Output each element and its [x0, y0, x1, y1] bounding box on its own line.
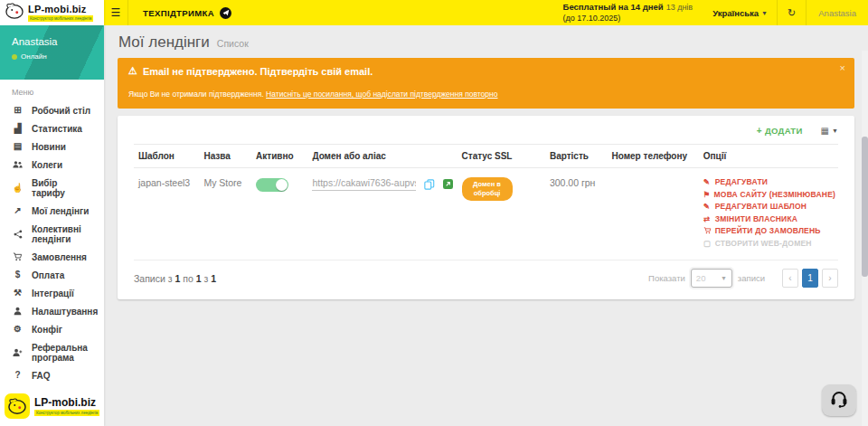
- hamburger-menu-button[interactable]: ☰: [104, 0, 128, 25]
- sidebar-item-label: Реферальна програма: [32, 343, 92, 363]
- records-info: Записи з 1 по 1 з 1: [134, 273, 216, 284]
- dog-mascot-icon: [5, 2, 24, 24]
- table-footer: Записи з 1 по 1 з 1 Показати 20 ▼ записи…: [134, 260, 838, 299]
- trial-info: Бесплатный на 14 дней13 днів (до 17.10.2…: [563, 2, 704, 24]
- domain-link[interactable]: https://cakawi7636-aupvs-com-42: [312, 177, 415, 191]
- user-icon: [12, 307, 24, 316]
- option-edit-template[interactable]: ✎ РЕДАГУВАТИ ШАБЛОН: [703, 202, 834, 211]
- options-list: ✎ РЕДАГУВАТИ ⚑ МОВА САЙТУ (НЕЗМІНЮВАНЕ) …: [703, 177, 834, 248]
- sidebar-item-settings[interactable]: Налаштування: [0, 302, 104, 320]
- sidebar-item-label: Колеги: [32, 160, 62, 170]
- sidebar-item-label: Інтеграції: [32, 289, 74, 298]
- sidebar-item-dashboard[interactable]: ⊞ Робочий стіл: [0, 101, 104, 119]
- cart-icon: [12, 252, 24, 261]
- scrollbar-thumb[interactable]: [862, 137, 868, 277]
- view-mode-dropdown[interactable]: ▦ ▼: [821, 126, 838, 136]
- table-header-row: Шаблон Назва Активно Домен або аліас Ста…: [134, 145, 838, 168]
- brand-logo-bottom[interactable]: LP-mobi.biz Конструктор мобільних лендін…: [0, 388, 104, 426]
- sidebar-item-payment[interactable]: $ Оплата: [0, 266, 104, 284]
- refresh-button[interactable]: ↻: [777, 0, 806, 25]
- sidebar-item-faq[interactable]: ? FAQ: [0, 366, 104, 384]
- user-plus-icon: [12, 348, 24, 357]
- brand-tagline: Конструктор мобільних лендінгів: [34, 410, 99, 416]
- brand-logo-top[interactable]: LP-mobi.biz Конструктор мобільних лендін…: [0, 0, 104, 25]
- next-page-button[interactable]: ›: [822, 269, 838, 288]
- sidebar: LP-mobi.biz Конструктор мобільних лендін…: [0, 0, 104, 426]
- trial-until: (до 17.10.2025): [563, 14, 693, 24]
- topbar: ☰ ТЕХПІДТРИМКА Бесплатный на 14 дней13 д…: [104, 0, 868, 25]
- sidebar-item-statistics[interactable]: ▟ Статистика: [0, 119, 104, 137]
- user-profile-panel: Anastasia Онлайн: [0, 25, 104, 80]
- topbar-username[interactable]: Anastasia: [806, 0, 868, 25]
- cell-ssl-status: Домен в обробці: [458, 168, 545, 260]
- option-edit[interactable]: ✎ РЕДАГУВАТИ: [703, 177, 834, 186]
- cell-price: 300.00 грн: [545, 168, 608, 260]
- sidebar-item-label: Новини: [32, 142, 66, 152]
- landings-table: Шаблон Назва Активно Домен або аліас Ста…: [134, 144, 838, 260]
- col-header-name: Назва: [199, 145, 251, 168]
- edit-icon: ✎: [703, 177, 712, 186]
- sidebar-item-collective-landings[interactable]: Колективні лендінги: [0, 220, 104, 248]
- page-size-select[interactable]: 20 ▼: [691, 269, 732, 288]
- sidebar-item-label: Вибір тарифу: [32, 178, 92, 198]
- sidebar-nav: ⊞ Робочий стіл ▟ Статистика ▤ Новини Кол…: [0, 101, 104, 388]
- copy-icon[interactable]: [424, 179, 435, 190]
- col-header-domain: Домен або аліас: [307, 145, 457, 168]
- option-change-owner[interactable]: ⇄ ЗМІНИТИ ВЛАСНИКА: [703, 214, 834, 223]
- share-icon: [12, 230, 24, 239]
- refresh-icon: ↻: [788, 7, 796, 19]
- add-landing-button[interactable]: + ДОДАТИ: [757, 126, 803, 136]
- col-header-active: Активно: [251, 145, 307, 168]
- sidebar-item-label: Замовлення: [32, 252, 87, 262]
- sidebar-item-news[interactable]: ▤ Новини: [0, 137, 104, 156]
- flag-icon: ⚑: [703, 190, 711, 199]
- caret-down-icon: ▼: [721, 275, 727, 281]
- sidebar-item-label: Робочий стіл: [32, 106, 90, 116]
- sidebar-item-orders[interactable]: Замовлення: [0, 248, 104, 266]
- dashboard-icon: ⊞: [12, 106, 24, 115]
- prev-page-button[interactable]: ‹: [782, 269, 798, 288]
- option-site-language[interactable]: ⚑ МОВА САЙТУ (НЕЗМІНЮВАНЕ): [703, 190, 834, 199]
- alert-title-text: Email не підтверджено. Підтвердіть свій …: [143, 66, 373, 77]
- cart-icon: [703, 227, 712, 234]
- sidebar-item-integrations[interactable]: ⚒ Інтеграції: [0, 284, 104, 302]
- sidebar-item-label: Конфіг: [32, 325, 62, 335]
- open-external-icon[interactable]: [443, 179, 453, 189]
- table-row: japan-steel3 My Store https://cakawi7636…: [134, 168, 838, 260]
- resend-confirmation-link[interactable]: Натисніть це посилання, щоб надіслати пі…: [266, 90, 497, 99]
- page-header: Мої лендінги Список: [104, 25, 868, 58]
- sidebar-item-referral[interactable]: Реферальна програма: [0, 338, 104, 366]
- exchange-icon: ⇄: [703, 214, 712, 223]
- col-header-template: Шаблон: [134, 145, 199, 168]
- option-go-to-orders[interactable]: ПЕРЕЙТИ ДО ЗАМОВЛЕНЬ: [703, 226, 834, 235]
- active-toggle[interactable]: [256, 178, 288, 192]
- page-title: Мої лендінги: [118, 33, 210, 52]
- sidebar-item-my-landings[interactable]: ↗ Мої лендінги: [0, 202, 104, 220]
- main-content: Мої лендінги Список ⚠ Email не підтвердж…: [104, 25, 868, 426]
- scrollbar-track[interactable]: [862, 51, 868, 426]
- menu-section-label: Меню: [0, 80, 104, 101]
- sidebar-item-label: Мої лендінги: [32, 206, 89, 216]
- chevron-down-icon: ▼: [761, 10, 768, 16]
- close-icon[interactable]: ×: [840, 63, 845, 73]
- support-button[interactable]: ТЕХПІДТРИМКА: [128, 0, 246, 25]
- sidebar-item-colleagues[interactable]: Колеги: [0, 156, 104, 174]
- option-create-web-domain: ▢ СТВОРИТИ WEB-ДОМЕН: [703, 239, 834, 248]
- language-selector[interactable]: Українська ▼: [703, 0, 777, 25]
- alert-body-text: Якщо Ви не отримали підтвердження.: [128, 90, 264, 99]
- brand-name: LP-mobi.biz: [28, 4, 93, 14]
- sidebar-item-config[interactable]: ⚙ Конфіг: [0, 320, 104, 338]
- page-1-button[interactable]: 1: [802, 269, 818, 288]
- hand-pointer-icon: ☝: [12, 184, 24, 193]
- col-header-options: Опції: [699, 145, 838, 168]
- brand-tagline: Конструктор мобільних лендінгів: [28, 15, 93, 22]
- caret-down-icon: ▼: [832, 128, 838, 134]
- sidebar-item-label: Оплата: [32, 270, 64, 280]
- support-label: ТЕХПІДТРИМКА: [143, 8, 214, 18]
- sidebar-item-tariff[interactable]: ☝ Вибір тарифу: [0, 174, 104, 202]
- profile-status-label: Онлайн: [21, 52, 47, 61]
- cell-domain: https://cakawi7636-aupvs-com-42: [307, 168, 457, 260]
- support-chat-button[interactable]: [822, 384, 856, 416]
- dog-mascot-icon: [5, 393, 30, 419]
- app-root: LP-mobi.biz Конструктор мобільних лендін…: [0, 0, 868, 426]
